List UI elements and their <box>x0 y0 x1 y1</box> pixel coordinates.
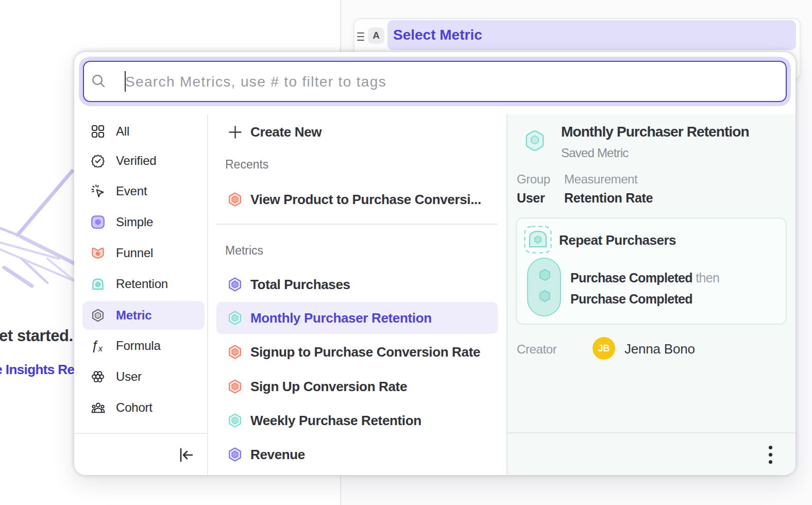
svg-text:ƒ: ƒ <box>91 339 98 352</box>
svg-text:x: x <box>98 344 103 353</box>
